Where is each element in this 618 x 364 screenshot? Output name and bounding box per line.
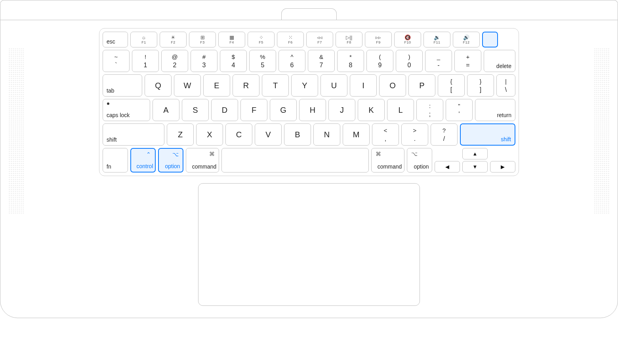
key-arrow-down[interactable]: ▼ xyxy=(462,161,488,173)
bottom-letter-row: shift Z X C V B N M <, >. ?/ shift xyxy=(103,123,515,146)
key-option-right[interactable]: ⌥option xyxy=(407,148,432,173)
key-quote[interactable]: "' xyxy=(446,99,473,121)
key-9[interactable]: (9 xyxy=(366,50,393,72)
key-w[interactable]: W xyxy=(174,74,201,97)
key-arrow-left[interactable]: ◀ xyxy=(435,161,460,173)
key-lower: ; xyxy=(429,111,431,118)
speaker-grille-left xyxy=(8,48,24,214)
key-esc[interactable]: esc xyxy=(103,32,128,47)
key-3[interactable]: #3 xyxy=(191,50,217,72)
key-arrow-up[interactable]: ▲ xyxy=(462,148,488,159)
laptop-base: esc ☼F1 ☀F2 ⊞F3 ▦F4 ⁘F5 ⁙F6 ◃◃F7 ▷||F8 ▹… xyxy=(0,20,618,318)
key-t[interactable]: T xyxy=(262,74,289,97)
key-6[interactable]: ^6 xyxy=(278,50,305,72)
key-e[interactable]: E xyxy=(203,74,230,97)
key-capslock[interactable]: caps lock xyxy=(103,99,150,121)
key-2[interactable]: @2 xyxy=(161,50,188,72)
key-upper: } xyxy=(479,78,481,84)
key-l[interactable]: L xyxy=(387,99,414,121)
key-d[interactable]: D xyxy=(211,99,238,121)
key-a[interactable]: A xyxy=(153,99,179,121)
key-label: F7 xyxy=(317,40,322,44)
key-delete[interactable]: delete xyxy=(484,50,515,72)
key-touchid[interactable] xyxy=(482,32,498,47)
key-return[interactable]: return xyxy=(475,99,515,121)
key-g[interactable]: G xyxy=(270,99,297,121)
key-j[interactable]: J xyxy=(328,99,355,121)
key-5[interactable]: %5 xyxy=(249,50,276,72)
key-label: H xyxy=(310,106,315,115)
key-shift-left[interactable]: shift xyxy=(103,123,164,146)
key-tab[interactable]: tab xyxy=(103,74,142,97)
key-period[interactable]: >. xyxy=(401,123,428,146)
key-c[interactable]: C xyxy=(225,123,252,146)
key-q[interactable]: Q xyxy=(145,74,172,97)
key-f11[interactable]: 🔉F11 xyxy=(423,32,450,47)
key-upper: : xyxy=(429,103,431,109)
key-f5[interactable]: ⁘F5 xyxy=(248,32,275,47)
key-label: X xyxy=(207,130,212,139)
key-f[interactable]: F xyxy=(240,99,267,121)
key-s[interactable]: S xyxy=(182,99,209,121)
key-b[interactable]: B xyxy=(284,123,311,146)
key-label: R xyxy=(243,81,249,90)
key-arrow-right[interactable]: ▶ xyxy=(490,161,515,173)
key-o[interactable]: O xyxy=(379,74,406,97)
key-f2[interactable]: ☀F2 xyxy=(160,32,187,47)
key-option-left[interactable]: ⌥option xyxy=(158,148,183,173)
key-i[interactable]: I xyxy=(350,74,377,97)
key-h[interactable]: H xyxy=(299,99,326,121)
key-control-left[interactable]: ⌃control xyxy=(130,148,156,173)
key-8[interactable]: *8 xyxy=(337,50,364,72)
key-slash[interactable]: ?/ xyxy=(431,123,458,146)
key-7[interactable]: &7 xyxy=(308,50,335,72)
modifier-row: fn ⌃control ⌥option ⌘command ⌘command ⌥o… xyxy=(103,148,515,173)
key-grave[interactable]: ~` xyxy=(103,50,130,72)
key-1[interactable]: !1 xyxy=(132,50,159,72)
key-x[interactable]: X xyxy=(196,123,223,146)
key-n[interactable]: N xyxy=(313,123,340,146)
key-label: D xyxy=(222,106,227,115)
key-0[interactable]: )0 xyxy=(396,50,423,72)
key-r[interactable]: R xyxy=(233,74,259,97)
key-shift-right[interactable]: shift xyxy=(460,123,515,146)
key-upper: > xyxy=(413,127,417,133)
key-f9[interactable]: ▹▹F9 xyxy=(365,32,392,47)
brightness-up-icon: ☀ xyxy=(171,35,175,40)
key-upper: % xyxy=(260,54,265,60)
key-command-left[interactable]: ⌘command xyxy=(186,148,219,173)
key-command-right[interactable]: ⌘command xyxy=(371,148,404,173)
key-open-bracket[interactable]: {[ xyxy=(438,74,465,97)
key-k[interactable]: K xyxy=(358,99,385,121)
key-f10[interactable]: 🔇F10 xyxy=(394,32,421,47)
key-f3[interactable]: ⊞F3 xyxy=(189,32,216,47)
key-u[interactable]: U xyxy=(320,74,347,97)
key-upper: ) xyxy=(408,54,410,60)
key-z[interactable]: Z xyxy=(167,123,194,146)
key-semicolon[interactable]: :; xyxy=(416,99,443,121)
key-f6[interactable]: ⁙F6 xyxy=(277,32,304,47)
key-m[interactable]: M xyxy=(343,123,370,146)
key-minus[interactable]: _- xyxy=(425,50,452,72)
key-p[interactable]: P xyxy=(408,74,435,97)
command-symbol-icon: ⌘ xyxy=(209,151,215,157)
key-comma[interactable]: <, xyxy=(372,123,399,146)
key-f7[interactable]: ◃◃F7 xyxy=(306,32,333,47)
key-f8[interactable]: ▷||F8 xyxy=(336,32,362,47)
key-4[interactable]: $4 xyxy=(220,50,247,72)
key-label: tab xyxy=(107,87,114,94)
key-fn[interactable]: fn xyxy=(103,148,128,173)
keyboard: esc ☼F1 ☀F2 ⊞F3 ▦F4 ⁘F5 ⁙F6 ◃◃F7 ▷||F8 ▹… xyxy=(99,28,519,176)
key-v[interactable]: V xyxy=(255,123,282,146)
key-y[interactable]: Y xyxy=(291,74,318,97)
key-close-bracket[interactable]: }] xyxy=(467,74,494,97)
key-f1[interactable]: ☼F1 xyxy=(130,32,157,47)
kbd-brightness-down-icon: ⁘ xyxy=(259,35,263,40)
key-backslash[interactable]: |\ xyxy=(496,74,515,97)
key-f12[interactable]: 🔊F12 xyxy=(453,32,480,47)
key-label: shift xyxy=(501,136,511,142)
trackpad[interactable] xyxy=(198,183,420,306)
key-equals[interactable]: += xyxy=(454,50,481,72)
key-f4[interactable]: ▦F4 xyxy=(218,32,245,47)
key-space[interactable] xyxy=(221,148,369,173)
